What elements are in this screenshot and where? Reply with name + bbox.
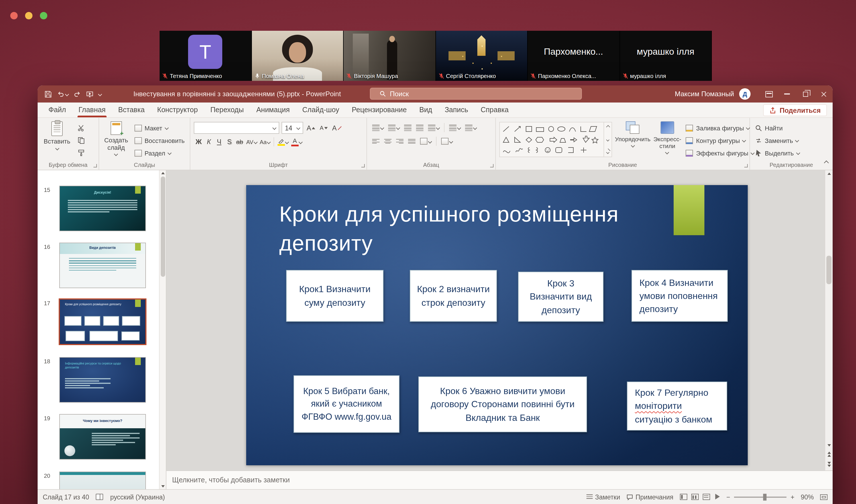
next-slide-button[interactable] [827,462,831,467]
highlight-color-button[interactable] [276,136,290,147]
search-box[interactable]: Поиск [370,88,582,100]
bullets-button[interactable] [370,122,385,133]
participant-tile[interactable]: мурашко ілля мурашко ілля [620,31,712,81]
tab-view[interactable]: Вид [413,103,438,117]
scroll-up-icon[interactable] [827,173,831,175]
paragraph-dialog-launcher-icon[interactable] [490,164,493,167]
shapes-gallery-scroll[interactable] [604,123,612,157]
participant-tile[interactable]: Т Тетяна Примаченко [160,31,251,81]
language-status-button[interactable]: русский (Украина) [110,493,165,500]
comments-toggle-button[interactable]: Примечания [626,493,673,500]
clear-formatting-button[interactable]: А [331,122,343,133]
change-case-button[interactable]: Aa [259,136,271,147]
participant-tile[interactable]: Вікторія Машура [344,31,436,81]
zoom-window-icon[interactable] [40,12,47,19]
shapes-scroll-up-icon[interactable] [606,125,610,129]
increase-indent-button[interactable] [414,122,425,133]
drawing-dialog-launcher-icon[interactable] [744,164,748,167]
tab-animations[interactable]: Анимация [250,103,296,117]
grow-font-button[interactable]: А [305,122,316,133]
zoom-slider-thumb[interactable] [763,493,767,500]
previous-slide-button[interactable] [827,452,831,457]
zoom-slider[interactable] [734,496,787,498]
reading-view-button[interactable] [702,494,710,500]
clipboard-dialog-launcher-icon[interactable] [93,164,97,167]
ribbon-display-options-button[interactable] [760,86,778,103]
replace-button[interactable]: Заменить [753,135,801,146]
paste-button[interactable]: Вставить [41,120,73,160]
collapse-ribbon-button[interactable] [825,157,828,167]
slide-17[interactable]: Кроки для успішного розміщення депозиту … [246,185,748,465]
shape-outline-button[interactable]: Контур фигуры [684,135,756,146]
tab-review[interactable]: Рецензирование [345,103,413,117]
quick-styles-button[interactable]: Экспресс-стили [653,120,681,160]
bold-button[interactable]: Ж [194,136,204,147]
spellcheck-status-button[interactable] [96,494,103,500]
scroll-up-icon[interactable] [161,172,164,174]
minimize-button[interactable] [778,86,796,103]
numbering-button[interactable] [386,122,401,133]
participant-tile[interactable]: Пархоменко... Пархоменко Олекса... [528,31,620,81]
zoom-out-button[interactable]: − [726,493,730,500]
participant-tile[interactable]: Сергій Столяренко [436,31,528,81]
line-spacing-button[interactable] [426,122,441,133]
tab-transitions[interactable]: Переходы [204,103,250,117]
section-button[interactable]: Раздел [133,147,186,158]
align-left-button[interactable] [370,136,381,147]
slide-title[interactable]: Кроки для успішного розміщення депозиту [279,200,684,258]
text-direction-button[interactable] [448,122,462,133]
thumbnail-slide-17-selected[interactable]: 17 Кроки для успішного розміщення депози… [38,299,166,347]
shapes-gallery[interactable] [499,122,612,157]
step-box-4[interactable]: Крок 4 Визначити умови поповнення депози… [631,270,728,322]
step-box-3[interactable]: Крок 3 Визначити вид депозиту [518,272,604,322]
restore-button[interactable] [796,86,815,103]
tab-help[interactable]: Справка [474,103,515,117]
tab-home[interactable]: Главная [72,103,112,117]
scrollbar-thumb[interactable] [160,177,165,277]
slideshow-view-button[interactable] [714,494,720,500]
slide-indicator[interactable]: Слайд 17 из 40 [43,493,89,500]
step-box-6[interactable]: Крок 6 Уважно вивчити умови договору Сто… [418,376,587,432]
shape-effects-button[interactable]: Эффекты фигуры [684,147,756,158]
find-button[interactable]: Найти [753,123,801,133]
thumbnail-slide-18[interactable]: 18 Інформаційні ресурси та сервіси щодо … [38,357,166,405]
copy-button[interactable] [76,135,87,146]
decrease-indent-button[interactable] [402,122,413,133]
customize-qat-icon[interactable] [98,92,102,96]
undo-dropdown-icon[interactable] [65,92,69,96]
notes-toggle-button[interactable]: Заметки [587,493,620,500]
character-spacing-button[interactable]: AV [245,136,258,147]
underline-button[interactable]: Ч [214,136,224,147]
tab-file[interactable]: Файл [42,103,72,117]
thumbnail-slide-15[interactable]: 15 Дискусія! [38,186,166,234]
tab-design[interactable]: Конструктор [151,103,204,117]
thumbnail-slide-16[interactable]: 16 Види депозитів [38,242,166,290]
undo-icon[interactable] [57,90,65,98]
font-size-combo[interactable]: 14 [281,122,303,134]
arrange-button[interactable]: Упорядочить [615,120,650,160]
select-button[interactable]: Выделить [753,147,801,158]
slide-canvas[interactable]: Кроки для успішного розміщення депозиту … [167,170,833,470]
tab-slideshow[interactable]: Слайд-шоу [296,103,346,117]
start-presentation-icon[interactable] [86,90,93,98]
shapes-scroll-down-icon[interactable] [606,138,609,141]
slide-vertical-scrollbar[interactable] [825,170,833,470]
shapes-more-icon[interactable] [606,151,609,154]
thumbnail-slide-19[interactable]: 19 Чому ми інвестуємо? [38,414,166,462]
align-text-button[interactable] [463,122,478,133]
close-window-icon[interactable] [10,12,18,19]
scroll-down-icon[interactable] [161,485,164,487]
shrink-font-button[interactable]: А [318,122,329,133]
step-box-2[interactable]: Крок 2 визначити строк депозиту [410,270,497,322]
scroll-down-icon[interactable] [827,444,831,447]
tab-record[interactable]: Запись [439,103,474,117]
columns-button[interactable] [418,136,433,147]
notes-pane[interactable]: Щелкните, чтобы добавить заметки [167,470,833,489]
step-box-7[interactable]: Крок 7 Регулярно моніторити ситуацію з б… [627,381,727,431]
account-name[interactable]: Максим Помазный [675,90,734,98]
shape-fill-button[interactable]: Заливка фигуры [684,123,756,133]
align-center-button[interactable] [382,136,393,147]
participant-tile-active-speaker[interactable]: Помазна Олена [251,31,344,81]
step-box-5[interactable]: Крок 5 Вибрати банк, який є учасником ФГ… [294,375,400,433]
share-button[interactable]: Поделиться [763,104,827,116]
